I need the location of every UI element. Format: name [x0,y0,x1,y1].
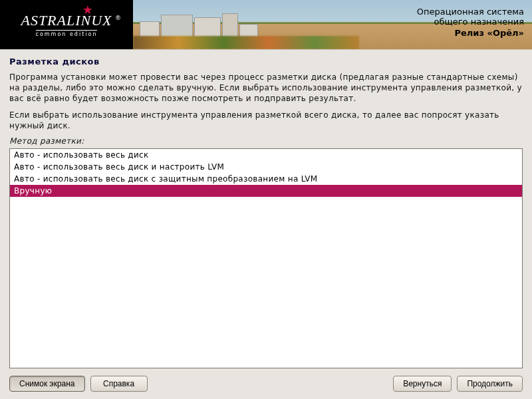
partition-option-1[interactable]: Авто - использовать весь диск и настроит… [10,161,522,173]
method-label: Метод разметки: [9,136,523,146]
description-1: Программа установки может провести вас ч… [9,72,523,104]
logo-sub: common edition [36,30,98,37]
header-image: Операционная система общего назначения Р… [133,0,532,49]
footer-buttons: Снимок экрана Справка Вернуться Продолжи… [0,368,532,399]
logo: ★ ® ASTRALINUX common edition [0,0,133,49]
main-content: Разметка дисков Программа установки може… [0,50,532,368]
logo-main: ASTRALINUX [21,12,112,29]
help-button[interactable]: Справка [90,376,148,392]
header-text: Операционная система общего назначения Р… [417,7,524,38]
partition-method-list[interactable]: Авто - использовать весь дискАвто - испо… [9,148,523,368]
continue-button[interactable]: Продолжить [457,376,523,392]
description-2: Если выбрать использование инструмента у… [9,110,523,131]
back-button[interactable]: Вернуться [393,376,452,392]
partition-option-0[interactable]: Авто - использовать весь диск [10,149,522,161]
header-banner: ★ ® ASTRALINUX common edition Операционн… [0,0,532,50]
page-title: Разметка дисков [9,57,523,66]
header-line3: Релиз «Орёл» [417,28,524,38]
star-icon: ★ [82,3,93,17]
registered-icon: ® [115,15,121,21]
header-line1: Операционная система [417,7,524,17]
header-line2: общего назначения [417,17,524,27]
partition-option-2[interactable]: Авто - использовать весь диск с защитным… [10,173,522,185]
partition-option-3[interactable]: Вручную [10,185,522,197]
screenshot-button[interactable]: Снимок экрана [9,376,85,392]
